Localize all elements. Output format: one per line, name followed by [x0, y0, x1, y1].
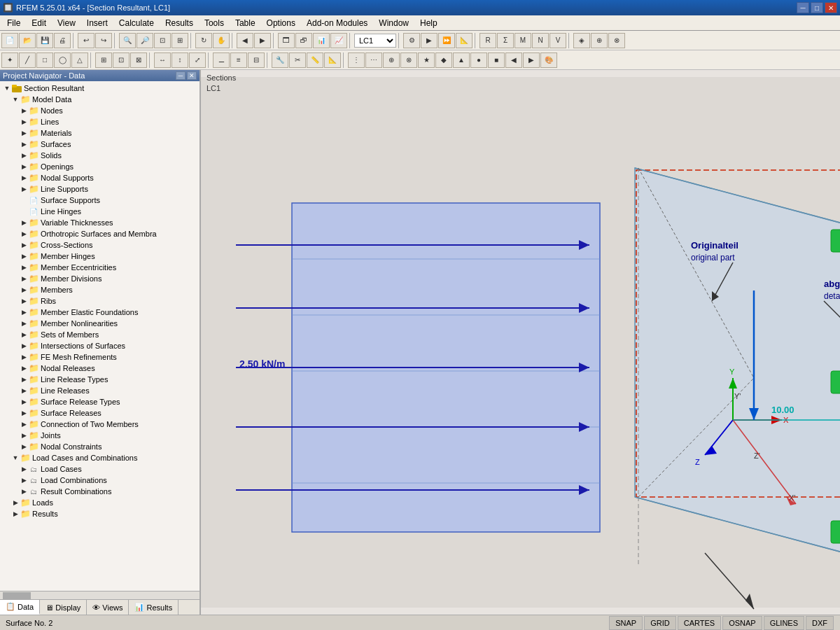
tree-item-cross-sections[interactable]: ▶ 📁 Cross-Sections	[0, 239, 200, 251]
tab-display[interactable]: 🖥 Display	[40, 600, 87, 615]
tree-item-member-eccentricities[interactable]: ▶ 📁 Member Eccentricities	[0, 262, 200, 273]
toggle-lines[interactable]: ▶	[20, 118, 28, 126]
glines-button[interactable]: GLINES	[764, 616, 804, 630]
tree-item-materials[interactable]: ▶ 📁 Materials	[0, 127, 200, 139]
menu-options[interactable]: Options	[261, 17, 301, 29]
view4-button[interactable]: 📈	[330, 33, 347, 48]
toggle-member-div[interactable]: ▶	[20, 274, 28, 283]
close-button[interactable]: ✕	[825, 2, 837, 13]
toggle-member-hinges[interactable]: ▶	[20, 252, 28, 260]
tree-item-nodal-constraints[interactable]: ▶ 📁 Nodal Constraints	[0, 441, 200, 452]
tree-item-surface-release-types[interactable]: ▶ 📁 Surface Release Types	[0, 396, 200, 407]
draw27-button[interactable]: ■	[488, 52, 505, 68]
draw18-button[interactable]: 📐	[324, 52, 341, 68]
draw10-button[interactable]: ↕	[172, 52, 188, 68]
menu-insert[interactable]: Insert	[81, 17, 113, 29]
tree-item-member-nonlin[interactable]: ▶ 📁 Member Nonlinearities	[0, 318, 200, 329]
extra3-button[interactable]: ⊗	[608, 33, 625, 48]
toggle-line-supports[interactable]: ▶	[20, 185, 28, 193]
tree-root[interactable]: ▼ Section Resultant	[0, 83, 200, 94]
toggle-solids[interactable]: ▶	[20, 151, 28, 160]
tree-item-surfaces[interactable]: ▶ 📁 Surfaces	[0, 139, 200, 150]
draw21-button[interactable]: ⊕	[383, 52, 400, 68]
draw30-button[interactable]: 🎨	[540, 52, 557, 68]
tree-item-load-combinations[interactable]: ▶ 🗂 Load Combinations	[0, 475, 200, 486]
tree-item-member-divisions[interactable]: ▶ 📁 Member Divisions	[0, 273, 200, 284]
tree-item-orthotropic[interactable]: ▶ 📁 Orthotropic Surfaces and Membra	[0, 228, 200, 239]
nav-fwd-button[interactable]: ▶	[254, 33, 271, 48]
draw24-button[interactable]: ◆	[435, 52, 452, 68]
toggle-member-ecc[interactable]: ▶	[20, 263, 28, 272]
toggle-cross-sections[interactable]: ▶	[20, 241, 28, 249]
toggle-results[interactable]: ▶	[11, 510, 20, 518]
calc2-button[interactable]: ▶	[421, 33, 438, 48]
toggle-surface-supports[interactable]	[20, 196, 28, 204]
draw14-button[interactable]: ⊟	[248, 52, 265, 68]
viewport[interactable]: Sections LC1	[201, 70, 840, 615]
toggle-sets-members[interactable]: ▶	[20, 330, 28, 339]
toggle-materials[interactable]: ▶	[20, 129, 28, 137]
draw2-button[interactable]: ╱	[19, 52, 36, 68]
osnap-button[interactable]: OSNAP	[722, 616, 762, 630]
toggle-member-nonlin[interactable]: ▶	[20, 319, 28, 328]
r2-button[interactable]: Σ	[497, 33, 514, 48]
toggle-openings[interactable]: ▶	[20, 162, 28, 171]
draw1-button[interactable]: ✦	[1, 52, 18, 68]
toggle-surface-release-types[interactable]: ▶	[20, 398, 28, 406]
tree-item-members[interactable]: ▶ 📁 Members	[0, 284, 200, 295]
draw20-button[interactable]: ⋯	[365, 52, 382, 68]
load-case-combo[interactable]: LC1	[354, 34, 396, 48]
toggle-line-hinges[interactable]	[20, 207, 28, 216]
panel-pin-button[interactable]: ─	[176, 71, 186, 80]
tree-item-member-elastic[interactable]: ▶ 📁 Member Elastic Foundations	[0, 307, 200, 318]
minimize-button[interactable]: ─	[797, 2, 809, 13]
draw23-button[interactable]: ★	[418, 52, 435, 68]
menu-file[interactable]: File	[1, 17, 26, 29]
tab-data[interactable]: 📋 Data	[0, 600, 40, 615]
tree-item-line-release-types[interactable]: ▶ 📁 Line Release Types	[0, 374, 200, 385]
cartes-button[interactable]: CARTES	[678, 616, 721, 630]
tree-hscrollbar[interactable]	[0, 591, 200, 599]
extra1-button[interactable]: ◈	[573, 33, 590, 48]
menu-table[interactable]: Table	[230, 17, 261, 29]
toggle-member-elastic[interactable]: ▶	[20, 308, 28, 316]
draw4-button[interactable]: ◯	[54, 52, 71, 68]
toggle-model-data[interactable]: ▼	[11, 95, 20, 104]
dxf-button[interactable]: DXF	[806, 616, 834, 630]
draw26-button[interactable]: ●	[470, 52, 487, 68]
tree-item-intersections[interactable]: ▶ 📁 Intersections of Surfaces	[0, 340, 200, 351]
calc1-button[interactable]: ⚙	[403, 33, 420, 48]
toggle-var-thick[interactable]: ▶	[20, 218, 28, 227]
panel-close-button[interactable]: ✕	[187, 71, 197, 80]
menu-results[interactable]: Results	[160, 17, 199, 29]
toggle-ribs[interactable]: ▶	[20, 297, 28, 305]
draw15-button[interactable]: 🔧	[272, 52, 288, 68]
hscroll-thumb[interactable]	[3, 592, 31, 599]
menu-window[interactable]: Window	[373, 17, 414, 29]
toggle-nodes[interactable]: ▶	[20, 106, 28, 115]
toggle-fe-mesh[interactable]: ▶	[20, 353, 28, 361]
draw28-button[interactable]: ◀	[505, 52, 522, 68]
redo-button[interactable]: ↪	[95, 33, 112, 48]
r1-button[interactable]: R	[479, 33, 496, 48]
tree-item-lines[interactable]: ▶ 📁 Lines	[0, 116, 200, 127]
tree-toggle-root[interactable]: ▼	[3, 84, 11, 92]
print-button[interactable]: 🖨	[54, 33, 71, 48]
menu-edit[interactable]: Edit	[26, 17, 52, 29]
title-bar-controls[interactable]: ─ □ ✕	[797, 2, 837, 13]
draw3-button[interactable]: □	[36, 52, 53, 68]
toggle-orthotropic[interactable]: ▶	[20, 230, 28, 238]
zoom-in-button[interactable]: 🔍	[119, 33, 136, 48]
toggle-members[interactable]: ▶	[20, 286, 28, 294]
tree-item-line-releases[interactable]: ▶ 📁 Line Releases	[0, 385, 200, 396]
toggle-intersections[interactable]: ▶	[20, 342, 28, 350]
tree-item-load-cases[interactable]: ▶ 🗂 Load Cases	[0, 463, 200, 475]
draw25-button[interactable]: ▲	[453, 52, 470, 68]
tree-item-nodes[interactable]: ▶ 📁 Nodes	[0, 105, 200, 116]
toggle-surfaces[interactable]: ▶	[20, 140, 28, 148]
tree-container[interactable]: ▼ Section Resultant ▼ 📁 Model Data ▶ 📁 N…	[0, 81, 200, 591]
tree-item-ribs[interactable]: ▶ 📁 Ribs	[0, 295, 200, 307]
save-button[interactable]: 💾	[36, 33, 53, 48]
tree-item-fe-mesh[interactable]: ▶ 📁 FE Mesh Refinements	[0, 351, 200, 363]
draw5-button[interactable]: △	[71, 52, 88, 68]
